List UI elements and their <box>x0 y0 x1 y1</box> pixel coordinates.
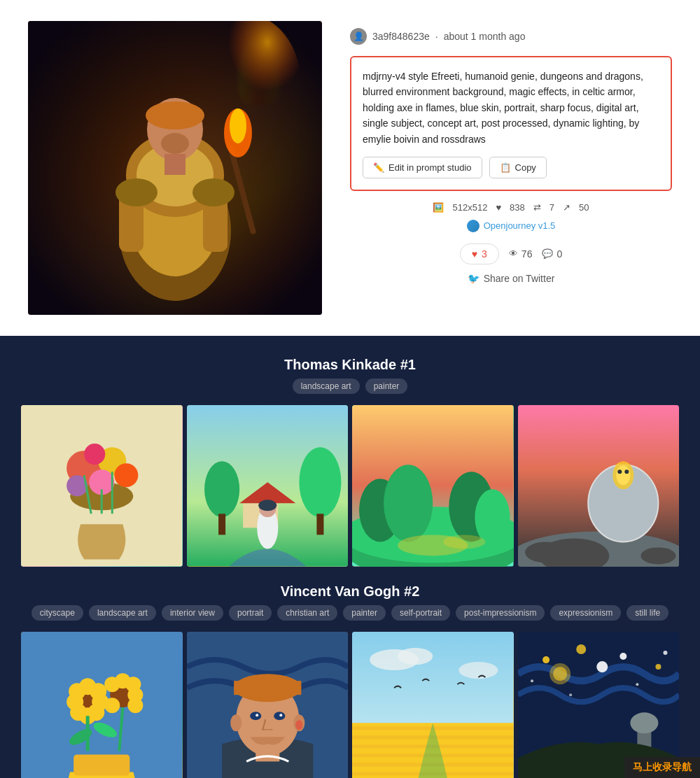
tag-cityscape[interactable]: cityscape <box>31 605 83 621</box>
svg-point-76 <box>127 698 143 713</box>
svg-point-57 <box>525 542 567 563</box>
svg-point-116 <box>531 679 533 682</box>
svg-point-54 <box>616 465 630 485</box>
prompt-text: mdjrny-v4 style Efreeti, humanoid genie,… <box>363 69 659 147</box>
heart-count: 3 <box>482 248 487 260</box>
twitter-icon: 🐦 <box>468 273 479 284</box>
grid-image-flowers[interactable] <box>21 405 183 567</box>
svg-point-45 <box>475 489 510 545</box>
svg-point-119 <box>569 693 572 696</box>
svg-point-30 <box>204 461 239 517</box>
bottom-section: Thomas Kinkade #1 landscape art painter <box>0 336 700 778</box>
starry-svg <box>518 632 680 779</box>
woman-svg <box>187 405 349 567</box>
copy-button[interactable]: 📋 Copy <box>489 157 547 178</box>
comment-count: 0 <box>556 248 562 260</box>
model-icon <box>467 220 479 232</box>
remix-count: 7 <box>550 202 554 213</box>
collection-2-title: Vincent Van Gogh #2 <box>21 584 679 600</box>
top-section: 👤 3a9f848623e · about 1 month ago mdjrny… <box>0 0 700 336</box>
tag-interior-view[interactable]: interior view <box>162 605 223 621</box>
svg-rect-60 <box>74 754 130 775</box>
tag-christian-art[interactable]: christian art <box>277 605 337 621</box>
svg-point-47 <box>443 535 485 549</box>
svg-point-89 <box>255 714 258 716</box>
model-link[interactable]: Openjourney v1.5 <box>350 220 672 232</box>
svg-rect-93 <box>234 681 301 695</box>
separator: · <box>435 31 438 42</box>
svg-point-86 <box>295 720 302 730</box>
svg-point-16 <box>161 133 189 154</box>
comment-icon: 💬 <box>542 248 553 259</box>
vincent-vangogh-collection: Vincent Van Gogh #2 cityscape landscape … <box>21 584 679 779</box>
copy-icon: 📋 <box>500 162 511 173</box>
svg-point-38 <box>258 500 276 511</box>
username[interactable]: 3a9f848623e <box>372 31 430 42</box>
tag-post-impressionism[interactable]: post-impressionism <box>456 605 545 621</box>
svg-point-56 <box>624 469 629 474</box>
tag-self-portrait[interactable]: self-portrait <box>391 605 450 621</box>
edit-button-label: Edit in prompt studio <box>388 162 472 173</box>
dome-svg <box>518 405 680 567</box>
svg-point-106 <box>542 656 550 663</box>
svg-point-14 <box>115 178 158 206</box>
grid-image-wheat-field[interactable] <box>352 632 514 779</box>
tag-painter[interactable]: painter <box>365 379 408 394</box>
svg-point-118 <box>663 651 667 655</box>
like-button[interactable]: ♥ 3 <box>460 243 499 264</box>
svg-point-43 <box>384 465 433 542</box>
image-stats: 🖼️ 512x512 ♥ 838 ⇄ 7 ↗ 50 <box>350 202 672 213</box>
edit-prompt-button[interactable]: ✏️ Edit in prompt studio <box>363 157 482 178</box>
collection-1-grid <box>21 405 679 567</box>
svg-point-32 <box>299 447 341 517</box>
twitter-share[interactable]: 🐦 Share on Twitter <box>350 273 672 284</box>
user-avatar: 👤 <box>350 28 367 45</box>
view-count: 76 <box>522 248 533 260</box>
svg-point-112 <box>553 667 567 681</box>
heart-icon: ♥ <box>472 248 477 260</box>
tag-landscape-art[interactable]: landscape art <box>293 379 360 394</box>
tag-portrait[interactable]: portrait <box>229 605 272 621</box>
watermark: 马上收录导航 <box>624 757 700 778</box>
tag-still-life[interactable]: still life <box>626 605 668 621</box>
svg-point-58 <box>640 547 676 564</box>
grid-image-vangogh-portrait[interactable] <box>187 632 349 779</box>
collection-1-title: Thomas Kinkade #1 <box>21 357 679 373</box>
likes-icon: ♥ <box>496 202 501 213</box>
svg-point-90 <box>279 714 282 716</box>
grid-image-woman[interactable] <box>187 405 349 567</box>
main-image[interactable] <box>28 21 322 315</box>
svg-point-7 <box>146 101 204 129</box>
svg-rect-28 <box>21 405 183 567</box>
bookmark-icon: ↗ <box>563 202 570 213</box>
svg-point-117 <box>636 683 638 686</box>
svg-rect-31 <box>218 514 225 535</box>
view-stat: 👁 76 <box>509 248 533 260</box>
svg-point-88 <box>274 712 285 720</box>
time-ago: about 1 month ago <box>444 31 526 42</box>
svg-point-13 <box>230 108 246 143</box>
svg-point-114 <box>630 712 658 733</box>
grid-image-landscape[interactable] <box>352 405 514 567</box>
bookmark-count: 50 <box>579 202 589 213</box>
grid-image-sunflowers[interactable] <box>21 632 183 779</box>
tag-landscape-art-2[interactable]: landscape art <box>89 605 156 621</box>
vangogh-portrait-svg <box>187 632 349 779</box>
comment-stat: 💬 0 <box>542 248 562 260</box>
grid-image-dome[interactable] <box>518 405 680 567</box>
collection-2-tags: cityscape landscape art interior view po… <box>21 605 679 621</box>
view-icon: 👁 <box>509 248 518 259</box>
collection-2-grid <box>21 632 679 779</box>
sunflowers-svg <box>21 632 183 779</box>
tag-painter-2[interactable]: painter <box>343 605 386 621</box>
user-meta: 👤 3a9f848623e · about 1 month ago <box>350 28 672 45</box>
grid-image-starry[interactable] <box>518 632 680 779</box>
tag-expressionism[interactable]: expressionism <box>550 605 621 621</box>
twitter-share-label: Share on Twitter <box>484 273 555 284</box>
svg-point-55 <box>617 469 622 474</box>
svg-point-75 <box>104 698 120 713</box>
likes-count: 838 <box>510 202 525 213</box>
copy-button-label: Copy <box>515 162 536 173</box>
prompt-box: mdjrny-v4 style Efreeti, humanoid genie,… <box>350 56 672 191</box>
svg-point-110 <box>596 661 608 672</box>
